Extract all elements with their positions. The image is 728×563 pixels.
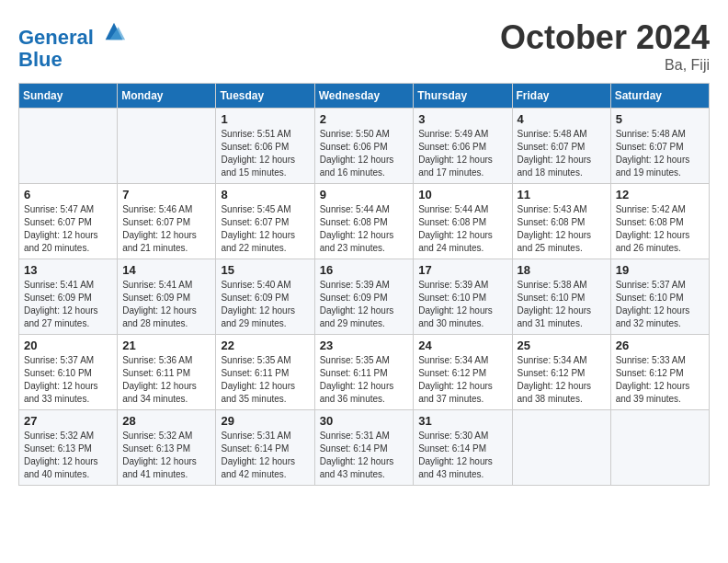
day-number: 22 [221,339,309,352]
day-info: Sunrise: 5:39 AMSunset: 6:10 PMDaylight:… [418,279,506,330]
calendar-cell: 16Sunrise: 5:39 AMSunset: 6:09 PMDayligh… [314,259,414,335]
calendar-week-3: 13Sunrise: 5:41 AMSunset: 6:09 PMDayligh… [19,259,710,335]
weekday-header-saturday: Saturday [610,84,709,109]
logo-icon [101,18,127,44]
day-number: 27 [24,414,112,428]
day-number: 25 [518,339,606,352]
day-info: Sunrise: 5:35 AMSunset: 6:11 PMDaylight:… [320,354,409,406]
calendar-cell: 27Sunrise: 5:32 AMSunset: 6:13 PMDayligh… [19,410,118,486]
month-title: October 2024 [500,18,710,57]
calendar-cell: 30Sunrise: 5:31 AMSunset: 6:14 PMDayligh… [314,410,414,486]
calendar-cell: 23Sunrise: 5:35 AMSunset: 6:11 PMDayligh… [314,335,414,410]
day-number: 19 [616,263,704,277]
day-info: Sunrise: 5:31 AMSunset: 6:14 PMDaylight:… [320,430,409,481]
day-number: 12 [616,188,704,201]
calendar-cell: 10Sunrise: 5:44 AMSunset: 6:08 PMDayligh… [414,184,512,259]
location: Ba, Fiji [500,57,710,74]
calendar-cell: 31Sunrise: 5:30 AMSunset: 6:14 PMDayligh… [414,410,512,486]
weekday-header-monday: Monday [118,84,216,109]
calendar-cell: 28Sunrise: 5:32 AMSunset: 6:13 PMDayligh… [118,410,216,486]
day-info: Sunrise: 5:42 AMSunset: 6:08 PMDaylight:… [616,203,704,255]
calendar-cell: 9Sunrise: 5:44 AMSunset: 6:08 PMDaylight… [314,184,414,259]
day-info: Sunrise: 5:33 AMSunset: 6:12 PMDaylight:… [616,354,704,406]
day-info: Sunrise: 5:35 AMSunset: 6:11 PMDaylight:… [221,354,309,406]
day-number: 8 [221,188,309,201]
calendar-cell: 5Sunrise: 5:48 AMSunset: 6:07 PMDaylight… [610,109,709,184]
calendar-cell: 1Sunrise: 5:51 AMSunset: 6:06 PMDaylight… [216,109,314,184]
calendar-cell [512,410,610,486]
day-info: Sunrise: 5:43 AMSunset: 6:08 PMDaylight:… [518,203,606,255]
day-number: 16 [320,263,409,277]
day-info: Sunrise: 5:38 AMSunset: 6:10 PMDaylight:… [518,279,606,330]
day-number: 23 [320,339,409,352]
day-number: 3 [418,112,506,126]
day-number: 2 [320,112,409,126]
day-info: Sunrise: 5:31 AMSunset: 6:14 PMDaylight:… [221,430,309,481]
day-number: 1 [221,112,309,126]
day-number: 31 [418,414,506,428]
calendar-cell [610,410,709,486]
calendar-cell: 4Sunrise: 5:48 AMSunset: 6:07 PMDaylight… [512,109,610,184]
day-info: Sunrise: 5:34 AMSunset: 6:12 PMDaylight:… [418,354,506,406]
calendar-table: SundayMondayTuesdayWednesdayThursdayFrid… [18,83,710,486]
day-info: Sunrise: 5:48 AMSunset: 6:07 PMDaylight:… [518,128,606,179]
day-info: Sunrise: 5:37 AMSunset: 6:10 PMDaylight:… [616,279,704,330]
calendar-cell: 8Sunrise: 5:45 AMSunset: 6:07 PMDaylight… [216,184,314,259]
calendar-week-2: 6Sunrise: 5:47 AMSunset: 6:07 PMDaylight… [19,184,710,259]
calendar-cell: 2Sunrise: 5:50 AMSunset: 6:06 PMDaylight… [314,109,414,184]
day-number: 24 [418,339,506,352]
day-info: Sunrise: 5:46 AMSunset: 6:07 PMDaylight:… [122,203,210,255]
calendar-week-1: 1Sunrise: 5:51 AMSunset: 6:06 PMDaylight… [19,109,710,184]
day-number: 15 [221,263,309,277]
calendar-cell: 13Sunrise: 5:41 AMSunset: 6:09 PMDayligh… [19,259,118,335]
day-info: Sunrise: 5:32 AMSunset: 6:13 PMDaylight:… [122,430,210,481]
calendar-cell: 24Sunrise: 5:34 AMSunset: 6:12 PMDayligh… [414,335,512,410]
day-number: 4 [518,112,606,126]
day-number: 5 [616,112,704,126]
calendar-cell: 17Sunrise: 5:39 AMSunset: 6:10 PMDayligh… [414,259,512,335]
day-number: 14 [122,263,210,277]
day-info: Sunrise: 5:44 AMSunset: 6:08 PMDaylight:… [320,203,409,255]
day-info: Sunrise: 5:37 AMSunset: 6:10 PMDaylight:… [24,354,112,406]
day-info: Sunrise: 5:30 AMSunset: 6:14 PMDaylight:… [418,430,506,481]
weekday-header-tuesday: Tuesday [216,84,314,109]
day-number: 17 [418,263,506,277]
calendar-cell: 12Sunrise: 5:42 AMSunset: 6:08 PMDayligh… [610,184,709,259]
day-info: Sunrise: 5:45 AMSunset: 6:07 PMDaylight:… [221,203,309,255]
calendar-cell: 18Sunrise: 5:38 AMSunset: 6:10 PMDayligh… [512,259,610,335]
day-number: 18 [518,263,606,277]
calendar-cell: 3Sunrise: 5:49 AMSunset: 6:06 PMDaylight… [414,109,512,184]
calendar-cell: 11Sunrise: 5:43 AMSunset: 6:08 PMDayligh… [512,184,610,259]
calendar-cell [118,109,216,184]
day-number: 7 [122,188,210,201]
day-info: Sunrise: 5:40 AMSunset: 6:09 PMDaylight:… [221,279,309,330]
day-info: Sunrise: 5:34 AMSunset: 6:12 PMDaylight:… [518,354,606,406]
day-info: Sunrise: 5:36 AMSunset: 6:11 PMDaylight:… [122,354,210,406]
weekday-header-sunday: Sunday [19,84,118,109]
calendar-cell: 7Sunrise: 5:46 AMSunset: 6:07 PMDaylight… [118,184,216,259]
calendar-cell: 6Sunrise: 5:47 AMSunset: 6:07 PMDaylight… [19,184,118,259]
day-number: 6 [24,188,112,201]
weekday-header-wednesday: Wednesday [314,84,414,109]
day-info: Sunrise: 5:51 AMSunset: 6:06 PMDaylight:… [221,128,309,179]
calendar-cell: 20Sunrise: 5:37 AMSunset: 6:10 PMDayligh… [19,335,118,410]
day-number: 28 [122,414,210,428]
day-number: 21 [122,339,210,352]
day-number: 20 [24,339,112,352]
day-number: 30 [320,414,409,428]
calendar-cell: 25Sunrise: 5:34 AMSunset: 6:12 PMDayligh… [512,335,610,410]
logo-general: General [18,26,94,49]
calendar-cell: 22Sunrise: 5:35 AMSunset: 6:11 PMDayligh… [216,335,314,410]
calendar-cell: 19Sunrise: 5:37 AMSunset: 6:10 PMDayligh… [610,259,709,335]
day-info: Sunrise: 5:50 AMSunset: 6:06 PMDaylight:… [320,128,409,179]
weekday-header-friday: Friday [512,84,610,109]
day-info: Sunrise: 5:32 AMSunset: 6:13 PMDaylight:… [24,430,112,481]
calendar-cell: 14Sunrise: 5:41 AMSunset: 6:09 PMDayligh… [118,259,216,335]
calendar-cell [19,109,118,184]
day-info: Sunrise: 5:41 AMSunset: 6:09 PMDaylight:… [24,279,112,330]
logo-blue: Blue [18,49,127,71]
logo-text: General [18,18,127,49]
day-number: 13 [24,263,112,277]
calendar-cell: 15Sunrise: 5:40 AMSunset: 6:09 PMDayligh… [216,259,314,335]
calendar-cell: 21Sunrise: 5:36 AMSunset: 6:11 PMDayligh… [118,335,216,410]
